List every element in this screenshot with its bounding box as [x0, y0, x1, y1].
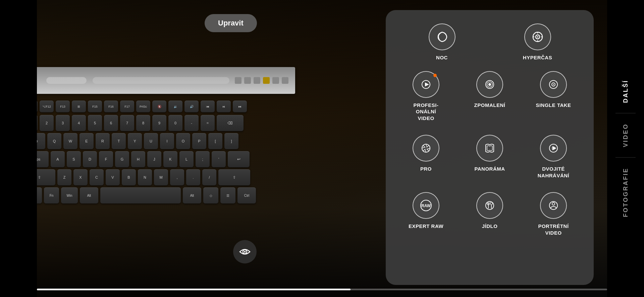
black-bar-left [0, 0, 37, 297]
edit-button[interactable]: Upravit [205, 14, 257, 32]
menu-item-jidlo[interactable]: JÍDLO [460, 189, 520, 239]
panorama-icon-circle [476, 135, 503, 162]
menu-item-panorama[interactable]: PANORÁMA [460, 131, 520, 182]
bottom-progress-bar [37, 289, 607, 290]
expert-raw-label: EXPERT RAW [409, 223, 443, 230]
dual-record-icon-circle [540, 135, 567, 162]
edit-button-label: Upravit [218, 19, 244, 27]
svg-point-10 [488, 83, 491, 86]
svg-text:RAW: RAW [421, 203, 431, 208]
svg-point-31 [244, 251, 246, 253]
menu-main-grid: PROFESI-ONÁLNÍVIDEO ZPOMALENÍ [396, 68, 584, 240]
noc-icon-circle [429, 23, 455, 50]
menu-item-pro[interactable]: PRO [396, 131, 456, 182]
pro-video-icon-circle [413, 71, 439, 98]
laptop-top-bar [20, 67, 295, 94]
bottom-progress-fill [37, 289, 351, 290]
eye-button[interactable] [233, 240, 257, 263]
tab-video[interactable]: VIDEO [619, 113, 633, 157]
menu-item-single-take[interactable]: SINGLE TAKE [523, 68, 584, 125]
jidlo-label: JÍDLO [482, 223, 498, 230]
notification-dot [433, 74, 437, 77]
tab-fotografie[interactable]: FOTOGRAFIE [619, 158, 633, 227]
single-take-icon-circle [540, 71, 567, 98]
slowmo-icon [483, 78, 496, 91]
moon-icon [435, 29, 449, 44]
keyboard-keys: ⌥F11 ⌥F12 F13 ⊞ F15 F16 F17 PrtSc 🔇 🔉 🔊 … [20, 101, 295, 205]
dvojite-nahravani-label: DVOJITÉNAHRÁVÁNÍ [538, 166, 570, 179]
svg-point-14 [553, 84, 554, 85]
pro-label: PRO [420, 166, 432, 172]
single-take-label: SINGLE TAKE [536, 102, 571, 109]
side-tabs: DALŠÍ VIDEO FOTOGRAFIE [607, 0, 644, 297]
food-icon-circle [476, 192, 503, 219]
menu-panel: NOC HYPERČAS [386, 10, 594, 285]
portrait-video-icon-circle [540, 192, 567, 219]
dual-record-icon [547, 141, 560, 155]
menu-item-zpomaleni[interactable]: ZPOMALENÍ [460, 68, 520, 125]
menu-item-expert-raw[interactable]: RAW EXPERT RAW [396, 189, 456, 239]
raw-icon: RAW [419, 198, 433, 213]
hypercas-icon-circle [524, 23, 551, 50]
food-icon [483, 199, 496, 212]
svg-point-21 [486, 201, 494, 210]
portrait-video-icon [547, 199, 560, 212]
menu-item-dvojite-nahravani[interactable]: DVOJITÉNAHRÁVÁNÍ [523, 131, 584, 182]
aperture-icon [419, 141, 433, 155]
hyperlapse-icon [530, 29, 545, 44]
tab-dalsi[interactable]: DALŠÍ [619, 70, 633, 113]
svg-marker-8 [425, 82, 429, 86]
hypercas-label: HYPERČAS [523, 54, 552, 61]
single-take-icon [547, 78, 560, 91]
menu-item-portretni-video[interactable]: PORTRÉTNÍVIDEO [523, 189, 584, 239]
profesionalni-video-label: PROFESI-ONÁLNÍVIDEO [414, 102, 439, 122]
pro-icon-circle [413, 135, 439, 162]
menu-item-profesionalni-video[interactable]: PROFESI-ONÁLNÍVIDEO [396, 68, 456, 125]
keyboard-visual: ⌥F11 ⌥F12 F13 ⊞ F15 F16 F17 PrtSc 🔇 🔉 🔊 … [20, 67, 295, 261]
eye-icon [239, 246, 251, 258]
menu-item-hypercas[interactable]: HYPERČAS [491, 20, 584, 64]
pro-video-icon [419, 78, 433, 91]
svg-point-26 [490, 202, 492, 205]
menu-item-noc[interactable]: NOC [396, 20, 488, 64]
raw-icon-circle: RAW [413, 192, 439, 219]
noc-label: NOC [436, 54, 448, 61]
menu-top-row: NOC HYPERČAS [396, 20, 584, 64]
portretni-video-label: PORTRÉTNÍVIDEO [538, 223, 569, 236]
panorama-icon [482, 141, 497, 155]
svg-point-2 [537, 36, 538, 38]
zpomaleni-icon-circle [476, 71, 503, 98]
panorama-label: PANORÁMA [474, 166, 505, 172]
zpomaleni-label: ZPOMALENÍ [474, 102, 505, 109]
svg-point-29 [552, 202, 555, 205]
